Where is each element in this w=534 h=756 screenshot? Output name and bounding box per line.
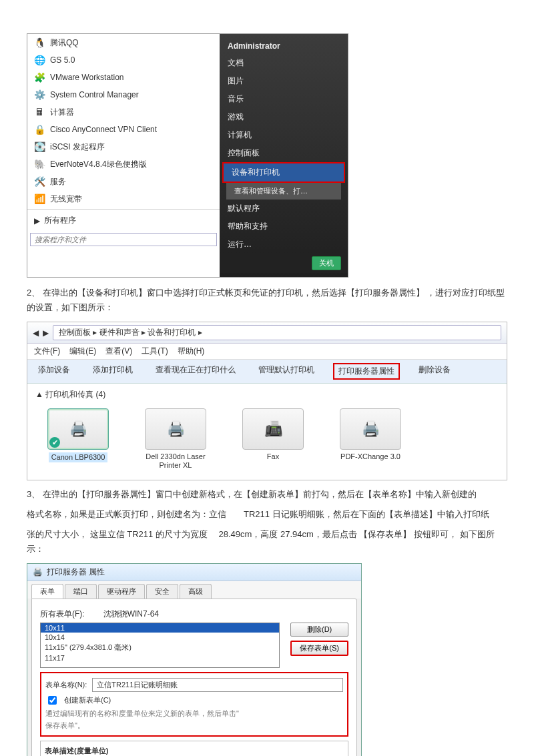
list-item[interactable]: 11x17 [41, 653, 279, 663]
wifi-icon: 📶 [33, 192, 46, 206]
menu-file[interactable]: 文件(F) [34, 346, 60, 357]
devices-printers-item[interactable]: 设备和打印机 [222, 162, 345, 183]
nav-item[interactable]: 游戏 [220, 108, 348, 126]
menu-tools[interactable]: 工具(T) [142, 346, 168, 357]
nav-item[interactable]: 控制面板 [220, 144, 348, 162]
list-item[interactable]: 10x14 [41, 633, 279, 642]
start-item[interactable]: 💽iSCSI 发起程序 [27, 138, 220, 155]
instruction-step-3-line2: 格式名称，如果是正式帐页打印，则创建名为：立信 TR211 日记账明细账，然后在… [27, 507, 507, 522]
fax-icon: 📠 [264, 420, 282, 438]
printer-icon: 🖨️ [69, 420, 87, 438]
vmware-icon: 🧩 [33, 71, 46, 84]
vpn-icon: 🔒 [33, 123, 46, 136]
start-item[interactable]: 🛠️服务 [27, 173, 220, 190]
all-programs[interactable]: ▶所有程序 [27, 211, 220, 230]
start-item[interactable]: 🔒Cisco AnyConnect VPN Client [27, 121, 220, 138]
nav-item[interactable]: 默认程序 [220, 200, 348, 218]
tab-drivers[interactable]: 驱动程序 [98, 584, 145, 599]
menu-edit[interactable]: 编辑(E) [69, 346, 96, 357]
settings-icon: ⚙️ [33, 88, 46, 101]
form-name-region: 表单名称(N): 立信TR211日记账明细账 创建新表单(C) 通过编辑现有的名… [40, 672, 348, 737]
iscsi-icon: 💽 [33, 140, 46, 153]
device-item[interactable]: 🖨️PDF-XChange 3.0 [330, 408, 411, 470]
chk-label: 创建新表单(C) [64, 695, 111, 705]
screenshot-start-menu: 🐧腾讯QQ 🌐GS 5.0 🧩VMware Workstation ⚙️Syst… [27, 33, 348, 278]
forward-icon[interactable]: ▶ [43, 328, 49, 338]
cmd-remove-device[interactable]: 删除设备 [415, 363, 455, 380]
calculator-icon: 🖩 [33, 105, 46, 119]
start-item[interactable]: 🌐GS 5.0 [27, 51, 220, 69]
forms-listbox[interactable]: 10x11 10x14 11x15" (279.4x381.0 毫米) 11x1… [40, 623, 280, 668]
cmd-add-printer[interactable]: 添加打印机 [89, 363, 137, 380]
nav-item[interactable]: 音乐 [220, 90, 348, 108]
tab-ports[interactable]: 端口 [65, 584, 97, 599]
nav-item[interactable]: 运行… [220, 236, 348, 254]
evernote-icon: 🐘 [33, 157, 46, 171]
device-item[interactable]: 🖨️Dell 2330dn Laser Printer XL [136, 408, 216, 470]
screenshot-print-server-properties: 🖨️打印服务器 属性 表单 端口 驱动程序 安全 高级 所有表单(F): 沈骁骁… [27, 563, 362, 756]
instruction-step-3-line3: 张的尺寸大小， 这里立信 TR211 的尺寸为宽度 28.49cm，高度 27.… [27, 527, 507, 556]
create-new-form-checkbox[interactable] [48, 696, 57, 705]
search-input[interactable] [30, 233, 217, 246]
note-line1: 通过编辑现有的名称和度量单位来定义新的表单，然后单击" [45, 709, 239, 719]
form-name-input[interactable]: 立信TR211日记账明细账 [92, 678, 343, 692]
start-item[interactable]: 🐘EverNoteV4.8.4绿色便携版 [27, 155, 220, 173]
start-item[interactable]: 🧩VMware Workstation [27, 69, 220, 86]
dialog-title-bar: 🖨️打印服务器 属性 [27, 564, 361, 581]
menu-help[interactable]: 帮助(H) [178, 346, 205, 357]
tab-security[interactable]: 安全 [146, 584, 178, 599]
printer-icon: 🖨️ [33, 567, 43, 577]
address-bar: ◀ ▶ 控制面板 ▸ 硬件和声音 ▸ 设备和打印机 ▸ [27, 322, 507, 344]
screenshot-control-panel: ◀ ▶ 控制面板 ▸ 硬件和声音 ▸ 设备和打印机 ▸ 文件(F) 编辑(E) … [27, 322, 507, 480]
start-item[interactable]: 🖩计算器 [27, 103, 220, 121]
tooltip: 查看和管理设备、打… [226, 183, 341, 200]
cp-body: ▲ 打印机和传真 (4) 🖨️Canon LBP6300 🖨️Dell 2330… [27, 384, 507, 479]
user-label: Administrator [220, 38, 348, 54]
nav-item[interactable]: 文档 [220, 54, 348, 72]
tab-advanced[interactable]: 高级 [180, 584, 212, 599]
nav-item[interactable]: 帮助和支持 [220, 218, 348, 236]
separator [27, 209, 220, 210]
save-form-button[interactable]: 保存表单(S) [290, 641, 348, 656]
list-item[interactable]: 10x11 [41, 623, 279, 633]
cmd-add-device[interactable]: 添加设备 [34, 363, 74, 380]
menu-view[interactable]: 查看(V) [105, 346, 132, 357]
cmd-see-printing[interactable]: 查看现在正在打印什么 [152, 363, 240, 380]
start-item[interactable]: 📶无线宽带 [27, 190, 220, 208]
form-description-group: 表单描述(度量单位) 单位: 公制(M) 英制(E) 纸张大小: 打印机区域边距… [40, 741, 348, 756]
server-name: 沈骁骁WIN7-64 [103, 609, 159, 620]
list-item[interactable]: 11x15" (279.4x381.0 毫米) [41, 642, 279, 653]
globe-icon: 🌐 [33, 53, 46, 67]
delete-button[interactable]: 删除(D) [290, 623, 348, 637]
printer-icon: 🖨️ [362, 420, 380, 438]
nav-item[interactable]: 图片 [220, 72, 348, 90]
forms-panel: 所有表单(F): 沈骁骁WIN7-64 10x11 10x14 11x15" (… [31, 599, 357, 756]
printer-icon: 🖨️ [167, 420, 185, 438]
tab-forms[interactable]: 表单 [31, 584, 63, 599]
shutdown-button[interactable]: 关机 [312, 256, 341, 270]
start-menu-left-pane: 🐧腾讯QQ 🌐GS 5.0 🧩VMware Workstation ⚙️Syst… [27, 34, 220, 277]
command-bar: 添加设备 添加打印机 查看现在正在打印什么 管理默认打印机 打印服务器属性 删除… [27, 360, 507, 384]
group-header[interactable]: ▲ 打印机和传真 (4) [35, 389, 499, 400]
device-item[interactable]: 📠Fax [233, 408, 313, 470]
device-list: 🖨️Canon LBP6300 🖨️Dell 2330dn Laser Prin… [35, 404, 499, 474]
note-line2: 保存表单"。 [45, 721, 85, 731]
shutdown-row: 关机 [220, 254, 348, 273]
all-forms-label: 所有表单(F): [40, 609, 85, 620]
start-item[interactable]: 🐧腾讯QQ [27, 34, 220, 51]
device-item[interactable]: 🖨️Canon LBP6300 [38, 408, 118, 470]
document-page: 🐧腾讯QQ 🌐GS 5.0 🧩VMware Workstation ⚙️Syst… [27, 0, 507, 756]
qq-icon: 🐧 [33, 36, 46, 49]
services-icon: 🛠️ [33, 175, 46, 188]
menu-bar: 文件(F) 编辑(E) 查看(V) 工具(T) 帮助(H) [27, 344, 507, 360]
breadcrumb[interactable]: 控制面板 ▸ 硬件和声音 ▸ 设备和打印机 ▸ [53, 325, 501, 340]
start-menu-right-pane: Administrator 文档 图片 音乐 游戏 计算机 控制面板 设备和打印… [220, 34, 348, 277]
instruction-step-2: 2、 在弹出的【设备和打印机】窗口中选择打印正式帐页和凭证的打印机，然后选择【打… [27, 286, 507, 315]
back-icon[interactable]: ◀ [33, 328, 39, 338]
cmd-manage-default[interactable]: 管理默认打印机 [254, 363, 318, 380]
desc-title: 表单描述(度量单位) [45, 746, 108, 756]
nav-item[interactable]: 计算机 [220, 126, 348, 144]
start-item[interactable]: ⚙️System Control Manager [27, 86, 220, 103]
cmd-print-server-props[interactable]: 打印服务器属性 [333, 363, 400, 380]
tab-strip: 表单 端口 驱动程序 安全 高级 [27, 581, 361, 599]
